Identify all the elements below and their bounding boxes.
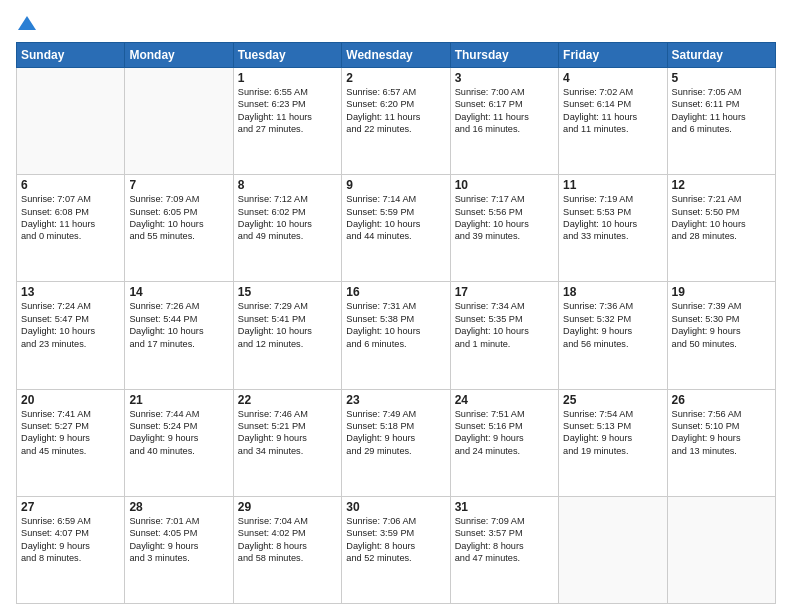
calendar-cell [667,496,775,603]
calendar-cell: 13Sunrise: 7:24 AM Sunset: 5:47 PM Dayli… [17,282,125,389]
calendar-header-tuesday: Tuesday [233,43,341,68]
cell-text: Sunrise: 7:24 AM Sunset: 5:47 PM Dayligh… [21,300,120,350]
calendar-cell: 18Sunrise: 7:36 AM Sunset: 5:32 PM Dayli… [559,282,667,389]
calendar-cell: 12Sunrise: 7:21 AM Sunset: 5:50 PM Dayli… [667,175,775,282]
day-number: 21 [129,393,228,407]
day-number: 14 [129,285,228,299]
cell-text: Sunrise: 7:26 AM Sunset: 5:44 PM Dayligh… [129,300,228,350]
svg-marker-0 [18,16,36,30]
calendar-header-saturday: Saturday [667,43,775,68]
day-number: 12 [672,178,771,192]
day-number: 6 [21,178,120,192]
calendar-cell: 30Sunrise: 7:06 AM Sunset: 3:59 PM Dayli… [342,496,450,603]
cell-text: Sunrise: 7:01 AM Sunset: 4:05 PM Dayligh… [129,515,228,565]
calendar-table: SundayMondayTuesdayWednesdayThursdayFrid… [16,42,776,604]
calendar-cell: 26Sunrise: 7:56 AM Sunset: 5:10 PM Dayli… [667,389,775,496]
cell-text: Sunrise: 6:57 AM Sunset: 6:20 PM Dayligh… [346,86,445,136]
day-number: 29 [238,500,337,514]
calendar-cell: 10Sunrise: 7:17 AM Sunset: 5:56 PM Dayli… [450,175,558,282]
cell-text: Sunrise: 7:51 AM Sunset: 5:16 PM Dayligh… [455,408,554,458]
calendar-cell: 17Sunrise: 7:34 AM Sunset: 5:35 PM Dayli… [450,282,558,389]
logo [16,12,36,36]
cell-text: Sunrise: 7:41 AM Sunset: 5:27 PM Dayligh… [21,408,120,458]
calendar-cell: 11Sunrise: 7:19 AM Sunset: 5:53 PM Dayli… [559,175,667,282]
cell-text: Sunrise: 7:39 AM Sunset: 5:30 PM Dayligh… [672,300,771,350]
calendar-cell: 28Sunrise: 7:01 AM Sunset: 4:05 PM Dayli… [125,496,233,603]
calendar-cell: 8Sunrise: 7:12 AM Sunset: 6:02 PM Daylig… [233,175,341,282]
day-number: 27 [21,500,120,514]
day-number: 23 [346,393,445,407]
calendar-cell: 23Sunrise: 7:49 AM Sunset: 5:18 PM Dayli… [342,389,450,496]
cell-text: Sunrise: 6:59 AM Sunset: 4:07 PM Dayligh… [21,515,120,565]
calendar-cell [17,68,125,175]
calendar-header-row: SundayMondayTuesdayWednesdayThursdayFrid… [17,43,776,68]
cell-text: Sunrise: 7:14 AM Sunset: 5:59 PM Dayligh… [346,193,445,243]
day-number: 25 [563,393,662,407]
day-number: 15 [238,285,337,299]
calendar-week-row: 20Sunrise: 7:41 AM Sunset: 5:27 PM Dayli… [17,389,776,496]
calendar-cell: 5Sunrise: 7:05 AM Sunset: 6:11 PM Daylig… [667,68,775,175]
calendar-cell [559,496,667,603]
calendar-cell: 9Sunrise: 7:14 AM Sunset: 5:59 PM Daylig… [342,175,450,282]
cell-text: Sunrise: 7:02 AM Sunset: 6:14 PM Dayligh… [563,86,662,136]
day-number: 3 [455,71,554,85]
cell-text: Sunrise: 7:56 AM Sunset: 5:10 PM Dayligh… [672,408,771,458]
calendar-cell: 19Sunrise: 7:39 AM Sunset: 5:30 PM Dayli… [667,282,775,389]
cell-text: Sunrise: 7:17 AM Sunset: 5:56 PM Dayligh… [455,193,554,243]
header [16,12,776,36]
day-number: 17 [455,285,554,299]
day-number: 5 [672,71,771,85]
calendar-cell: 21Sunrise: 7:44 AM Sunset: 5:24 PM Dayli… [125,389,233,496]
calendar-cell: 24Sunrise: 7:51 AM Sunset: 5:16 PM Dayli… [450,389,558,496]
cell-text: Sunrise: 7:31 AM Sunset: 5:38 PM Dayligh… [346,300,445,350]
day-number: 30 [346,500,445,514]
logo-icon [18,14,36,32]
cell-text: Sunrise: 7:06 AM Sunset: 3:59 PM Dayligh… [346,515,445,565]
day-number: 19 [672,285,771,299]
day-number: 18 [563,285,662,299]
calendar-header-sunday: Sunday [17,43,125,68]
day-number: 31 [455,500,554,514]
cell-text: Sunrise: 6:55 AM Sunset: 6:23 PM Dayligh… [238,86,337,136]
cell-text: Sunrise: 7:12 AM Sunset: 6:02 PM Dayligh… [238,193,337,243]
day-number: 28 [129,500,228,514]
page: SundayMondayTuesdayWednesdayThursdayFrid… [0,0,792,612]
cell-text: Sunrise: 7:04 AM Sunset: 4:02 PM Dayligh… [238,515,337,565]
cell-text: Sunrise: 7:05 AM Sunset: 6:11 PM Dayligh… [672,86,771,136]
calendar-week-row: 13Sunrise: 7:24 AM Sunset: 5:47 PM Dayli… [17,282,776,389]
cell-text: Sunrise: 7:36 AM Sunset: 5:32 PM Dayligh… [563,300,662,350]
calendar-header-monday: Monday [125,43,233,68]
calendar-header-friday: Friday [559,43,667,68]
day-number: 1 [238,71,337,85]
calendar-cell: 31Sunrise: 7:09 AM Sunset: 3:57 PM Dayli… [450,496,558,603]
cell-text: Sunrise: 7:46 AM Sunset: 5:21 PM Dayligh… [238,408,337,458]
calendar-cell: 2Sunrise: 6:57 AM Sunset: 6:20 PM Daylig… [342,68,450,175]
day-number: 11 [563,178,662,192]
calendar-cell: 20Sunrise: 7:41 AM Sunset: 5:27 PM Dayli… [17,389,125,496]
cell-text: Sunrise: 7:00 AM Sunset: 6:17 PM Dayligh… [455,86,554,136]
calendar-cell: 14Sunrise: 7:26 AM Sunset: 5:44 PM Dayli… [125,282,233,389]
calendar-cell: 16Sunrise: 7:31 AM Sunset: 5:38 PM Dayli… [342,282,450,389]
cell-text: Sunrise: 7:19 AM Sunset: 5:53 PM Dayligh… [563,193,662,243]
day-number: 2 [346,71,445,85]
calendar-cell [125,68,233,175]
cell-text: Sunrise: 7:21 AM Sunset: 5:50 PM Dayligh… [672,193,771,243]
calendar-cell: 3Sunrise: 7:00 AM Sunset: 6:17 PM Daylig… [450,68,558,175]
calendar-week-row: 27Sunrise: 6:59 AM Sunset: 4:07 PM Dayli… [17,496,776,603]
calendar-cell: 7Sunrise: 7:09 AM Sunset: 6:05 PM Daylig… [125,175,233,282]
cell-text: Sunrise: 7:07 AM Sunset: 6:08 PM Dayligh… [21,193,120,243]
day-number: 24 [455,393,554,407]
day-number: 26 [672,393,771,407]
day-number: 4 [563,71,662,85]
calendar-cell: 1Sunrise: 6:55 AM Sunset: 6:23 PM Daylig… [233,68,341,175]
cell-text: Sunrise: 7:49 AM Sunset: 5:18 PM Dayligh… [346,408,445,458]
cell-text: Sunrise: 7:09 AM Sunset: 6:05 PM Dayligh… [129,193,228,243]
calendar-cell: 6Sunrise: 7:07 AM Sunset: 6:08 PM Daylig… [17,175,125,282]
day-number: 8 [238,178,337,192]
day-number: 7 [129,178,228,192]
cell-text: Sunrise: 7:44 AM Sunset: 5:24 PM Dayligh… [129,408,228,458]
cell-text: Sunrise: 7:54 AM Sunset: 5:13 PM Dayligh… [563,408,662,458]
calendar-cell: 22Sunrise: 7:46 AM Sunset: 5:21 PM Dayli… [233,389,341,496]
cell-text: Sunrise: 7:09 AM Sunset: 3:57 PM Dayligh… [455,515,554,565]
calendar-header-thursday: Thursday [450,43,558,68]
